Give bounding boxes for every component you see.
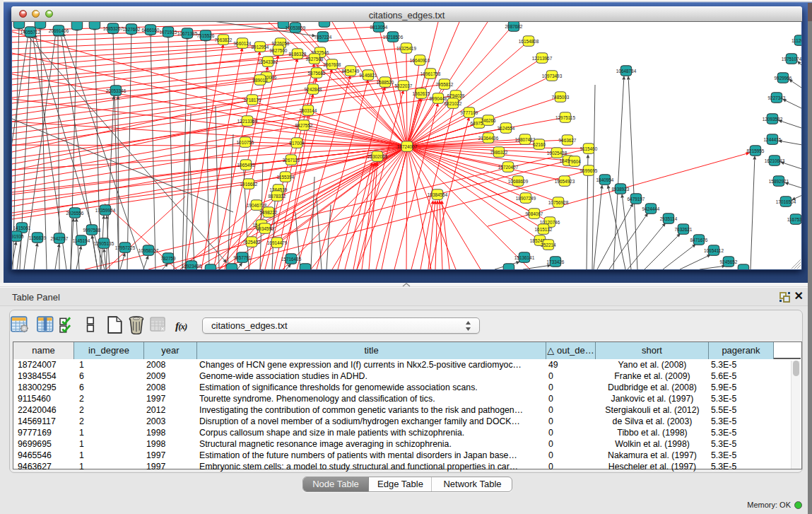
svg-text:15716485: 15716485 [281, 257, 302, 262]
svg-text:1155394: 1155394 [277, 175, 295, 180]
svg-text:5322037: 5322037 [395, 83, 413, 88]
svg-text:19218506: 19218506 [383, 35, 404, 40]
svg-text:8215955: 8215955 [747, 148, 765, 153]
svg-text:10853267: 10853267 [103, 26, 124, 31]
svg-text:62160: 62160 [533, 142, 546, 147]
svg-text:17957225: 17957225 [115, 245, 136, 250]
svg-text:2803144: 2803144 [300, 108, 317, 113]
svg-text:16914479: 16914479 [267, 240, 288, 245]
svg-text:9777109: 9777109 [461, 110, 478, 115]
svg-text:15892971: 15892971 [769, 179, 789, 184]
svg-text:9463627: 9463627 [559, 138, 577, 143]
svg-text:25302035: 25302035 [367, 154, 388, 159]
svg-text:1244415: 1244415 [764, 137, 782, 142]
svg-text:14055712: 14055712 [20, 30, 41, 35]
svg-text:7857224: 7857224 [314, 35, 332, 40]
svg-text:2967608: 2967608 [324, 62, 341, 67]
svg-text:8990448: 8990448 [430, 96, 447, 101]
svg-text:19654923: 19654923 [555, 179, 575, 184]
svg-text:746266: 746266 [481, 118, 496, 123]
svg-text:17359924: 17359924 [95, 208, 116, 213]
svg-text:10671385: 10671385 [177, 31, 198, 36]
svg-text:9827500: 9827500 [270, 48, 288, 53]
svg-text:8186328: 8186328 [289, 52, 307, 57]
svg-text:1415061: 1415061 [13, 226, 31, 230]
svg-text:5875685: 5875685 [308, 71, 326, 76]
svg-text:1916682: 1916682 [240, 182, 258, 187]
svg-text:12923488: 12923488 [182, 264, 202, 269]
svg-text:16210643: 16210643 [765, 158, 785, 163]
svg-text:1112004: 1112004 [792, 38, 801, 43]
svg-text:8821022: 8821022 [445, 101, 462, 106]
svg-text:252214: 252214 [541, 243, 556, 247]
svg-text:9660124: 9660124 [234, 41, 252, 46]
svg-text:5498222: 5498222 [260, 210, 278, 215]
svg-text:79604: 79604 [568, 159, 581, 164]
svg-text:12213967: 12213967 [532, 56, 553, 61]
svg-text:9929966: 9929966 [775, 76, 792, 81]
svg-text:7663822: 7663822 [215, 37, 233, 42]
svg-text:9934590: 9934590 [257, 226, 274, 231]
svg-text:2087682: 2087682 [505, 24, 523, 29]
svg-text:10973493: 10973493 [542, 74, 563, 78]
svg-text:1615132: 1615132 [535, 227, 553, 232]
svg-text:9146821: 9146821 [360, 73, 377, 78]
svg-text:12975115: 12975115 [555, 115, 575, 120]
svg-text:1362615: 1362615 [413, 91, 430, 96]
svg-text:16154808: 16154808 [519, 39, 539, 44]
svg-text:7986322: 7986322 [490, 150, 508, 155]
svg-text:2718170: 2718170 [244, 98, 261, 103]
svg-text:9424444: 9424444 [642, 206, 660, 211]
svg-text:10958107: 10958107 [139, 248, 159, 253]
svg-text:3624554: 3624554 [498, 126, 515, 131]
svg-text:782759: 782759 [160, 256, 176, 261]
svg-text:8938923: 8938923 [612, 187, 630, 192]
svg-text:9245652: 9245652 [720, 259, 738, 264]
svg-text:15136141: 15136141 [514, 255, 535, 260]
svg-text:19046738: 19046738 [247, 203, 267, 208]
svg-text:21364436: 21364436 [478, 136, 499, 141]
svg-text:2935114: 2935114 [660, 216, 678, 221]
svg-text:10688609: 10688609 [508, 179, 529, 184]
svg-text:2026556: 2026556 [66, 211, 84, 216]
svg-text:10053809: 10053809 [286, 25, 306, 30]
svg-text:1145194: 1145194 [73, 238, 90, 243]
svg-text:1588520: 1588520 [377, 80, 394, 85]
svg-text:18724007: 18724007 [397, 144, 418, 149]
svg-text:10654112: 10654112 [704, 248, 724, 253]
svg-text:6466160: 6466160 [142, 28, 160, 33]
svg-text:16640910: 16640910 [410, 58, 430, 63]
svg-text:10025438: 10025438 [547, 151, 567, 156]
svg-text:7485003: 7485003 [552, 95, 570, 100]
svg-text:18907249: 18907249 [516, 196, 536, 201]
svg-text:3267110: 3267110 [283, 158, 300, 163]
svg-text:1840954: 1840954 [596, 177, 614, 182]
svg-text:7632621: 7632621 [675, 227, 693, 232]
svg-text:8912954: 8912954 [252, 45, 269, 49]
svg-text:7515526: 7515526 [197, 33, 215, 38]
svg-text:9227343: 9227343 [768, 95, 786, 100]
svg-text:20691406: 20691406 [49, 28, 69, 33]
svg-text:1733426: 1733426 [547, 259, 565, 264]
svg-text:8878332: 8878332 [269, 194, 286, 199]
svg-text:9997588: 9997588 [83, 228, 101, 233]
svg-text:9084067: 9084067 [526, 211, 543, 216]
svg-text:10756928: 10756928 [548, 200, 569, 205]
svg-text:8454749: 8454749 [342, 69, 360, 74]
svg-text:17016504: 17016504 [776, 199, 796, 204]
svg-text:991930: 991930 [12, 234, 24, 239]
svg-text:8427552: 8427552 [295, 123, 313, 128]
svg-text:10807487: 10807487 [515, 137, 536, 142]
svg-text:1167533: 1167533 [787, 217, 801, 222]
svg-text:16543382: 16543382 [258, 59, 278, 64]
svg-text:989013: 989013 [252, 78, 268, 83]
svg-text:10648784: 10648784 [616, 69, 637, 74]
svg-text:2942757: 2942757 [51, 236, 69, 241]
svg-text:20053346: 20053346 [106, 88, 126, 93]
svg-text:16961758: 16961758 [420, 71, 441, 76]
svg-text:9115460: 9115460 [580, 146, 598, 151]
svg-text:1010755: 1010755 [237, 140, 254, 145]
svg-text:19751074: 19751074 [782, 57, 801, 62]
svg-text:8471676: 8471676 [690, 238, 708, 243]
svg-text:19384554: 19384554 [428, 192, 448, 197]
